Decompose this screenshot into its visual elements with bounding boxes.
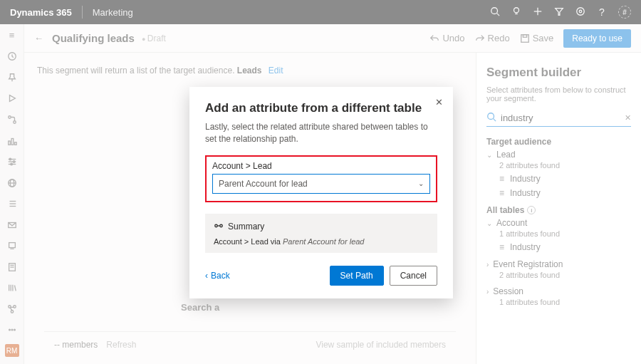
dialog-title: Add an attribute from a different table bbox=[205, 101, 437, 115]
dropdown-value: Parent Account for lead bbox=[219, 179, 308, 189]
svg-point-51 bbox=[215, 224, 218, 227]
summary-text: Account > Lead via Parent Account for le… bbox=[214, 237, 429, 246]
summary-icon bbox=[214, 221, 224, 233]
summary-label: Summary bbox=[228, 222, 264, 232]
dialog-subtitle: Lastly, select the related attribute sha… bbox=[205, 121, 437, 145]
summary-box: Summary Account > Lead via Parent Accoun… bbox=[205, 214, 437, 253]
set-path-button[interactable]: Set Path bbox=[330, 266, 384, 286]
relationship-dropdown[interactable]: Parent Account for lead ⌄ bbox=[212, 174, 430, 194]
chevron-down-icon: ⌄ bbox=[418, 180, 424, 187]
back-link[interactable]: ‹Back bbox=[205, 271, 230, 281]
relationship-path-label: Account > Lead bbox=[212, 161, 430, 171]
svg-point-52 bbox=[220, 224, 223, 227]
add-attribute-dialog: ✕ Add an attribute from a different tabl… bbox=[189, 87, 453, 298]
highlighted-region: Account > Lead Parent Account for lead ⌄ bbox=[205, 155, 437, 202]
close-icon[interactable]: ✕ bbox=[435, 97, 443, 108]
cancel-button[interactable]: Cancel bbox=[390, 266, 437, 286]
chevron-left-icon: ‹ bbox=[205, 271, 208, 281]
